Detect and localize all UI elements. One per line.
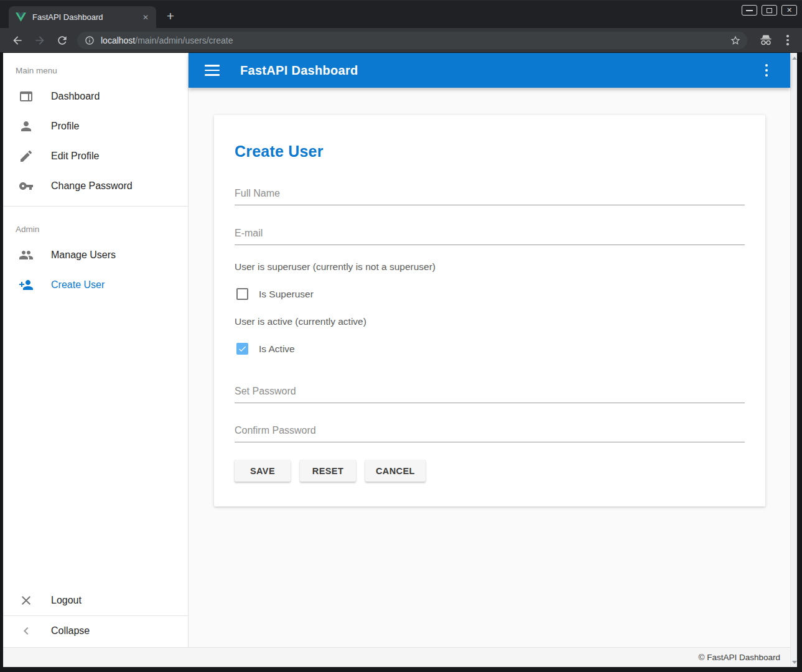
vertical-scrollbar[interactable] [790,53,797,667]
person-add-icon [19,278,34,292]
save-button[interactable]: SAVE [235,460,291,482]
window-maximize-button[interactable] [762,5,777,16]
sidebar-section-main-menu: Main menu [3,53,188,82]
address-bar[interactable]: localhost/main/admin/users/create [77,32,747,49]
hamburger-menu-icon[interactable] [205,65,220,76]
sidebar-item-profile[interactable]: Profile [3,111,188,141]
sidebar-item-label: Change Password [51,180,133,192]
window-close-button[interactable]: ✕ [781,5,797,16]
footer-copyright: © FastAPI Dashboard [698,653,780,662]
is-active-checkbox[interactable]: Is Active [235,343,745,355]
superuser-hint: User is superuser (currently is not a su… [235,261,745,273]
is-superuser-checkbox[interactable]: Is Superuser [235,288,745,300]
url-path: /main/admin/users/create [135,35,233,45]
checkbox-label: Is Active [259,343,295,355]
key-icon [19,179,34,194]
reload-button[interactable] [56,34,68,47]
full-name-input[interactable] [235,187,745,205]
sidebar-item-edit-profile[interactable]: Edit Profile [3,141,188,171]
person-icon [19,119,34,134]
vue-favicon-icon [16,12,26,22]
sidebar-item-manage-users[interactable]: Manage Users [3,240,188,270]
close-x-icon [19,593,34,608]
tab-close-icon[interactable]: ✕ [140,12,151,23]
sidebar-divider [3,206,188,207]
sidebar-item-create-user[interactable]: Create User [3,270,188,300]
sidebar-bottom: Logout Collapse [3,586,188,646]
scrollbar-up-arrow[interactable] [791,54,798,62]
main-content: Create User User is superuser (currently… [189,88,790,647]
browser-menu-button[interactable] [782,33,793,48]
checkbox-label: Is Superuser [259,289,314,300]
site-info-icon[interactable] [85,35,95,45]
page-viewport: Main menu Dashboard Profile Edit Profile [3,53,797,667]
tab-title: FastAPI Dashboard [32,12,140,22]
url-host: localhost [101,35,135,45]
confirm-password-input[interactable] [235,424,745,442]
browser-tab-bar: FastAPI Dashboard ✕ + ✕ [0,0,802,28]
bookmark-star-icon[interactable] [730,35,741,46]
checkbox-checked-icon[interactable] [236,343,248,355]
footer: © FastAPI Dashboard [3,647,790,667]
email-input[interactable] [235,226,745,245]
browser-window: FastAPI Dashboard ✕ + ✕ localhost/main/a… [0,0,802,672]
sidebar: Main menu Dashboard Profile Edit Profile [3,53,189,647]
browser-toolbar: localhost/main/admin/users/create [0,28,802,53]
back-button[interactable] [11,34,24,47]
form-actions: SAVE RESET CANCEL [235,460,745,482]
sidebar-item-collapse[interactable]: Collapse [3,616,188,646]
sidebar-item-label: Profile [51,121,79,132]
checkbox-unchecked-icon[interactable] [236,288,248,300]
sidebar-item-label: Create User [51,279,105,291]
set-password-input[interactable] [235,385,745,403]
app-bar: FastAPI Dashboard [189,53,790,88]
chevron-left-icon [19,623,34,638]
forward-button[interactable] [34,34,46,47]
scrollbar-down-arrow[interactable] [791,658,798,666]
create-user-card: Create User User is superuser (currently… [214,115,765,506]
minimize-icon [746,10,753,11]
url-text[interactable]: localhost/main/admin/users/create [101,35,730,45]
cancel-button[interactable]: CANCEL [365,460,426,482]
active-hint: User is active (currently active) [235,316,745,327]
dashboard-icon [19,89,34,104]
sidebar-item-label: Edit Profile [51,151,99,162]
people-icon [19,248,34,263]
window-minimize-button[interactable] [742,5,757,16]
page-title: Create User [235,142,745,161]
appbar-title: FastAPI Dashboard [240,63,358,78]
sidebar-item-dashboard[interactable]: Dashboard [3,82,188,111]
maximize-icon [767,8,772,13]
browser-tab[interactable]: FastAPI Dashboard ✕ [9,6,156,28]
reset-button[interactable]: RESET [300,460,356,482]
sidebar-item-change-password[interactable]: Change Password [3,171,188,201]
sidebar-item-logout[interactable]: Logout [3,586,188,615]
sidebar-item-label: Manage Users [51,250,116,261]
sidebar-item-label: Dashboard [51,91,100,102]
window-controls: ✕ [742,5,797,16]
sidebar-section-admin: Admin [3,212,188,240]
appbar-menu-button[interactable] [762,63,772,78]
incognito-icon [758,33,773,48]
new-tab-button[interactable]: + [162,7,179,25]
pencil-icon [19,149,34,164]
sidebar-item-label: Logout [51,595,82,606]
sidebar-item-label: Collapse [51,625,90,637]
